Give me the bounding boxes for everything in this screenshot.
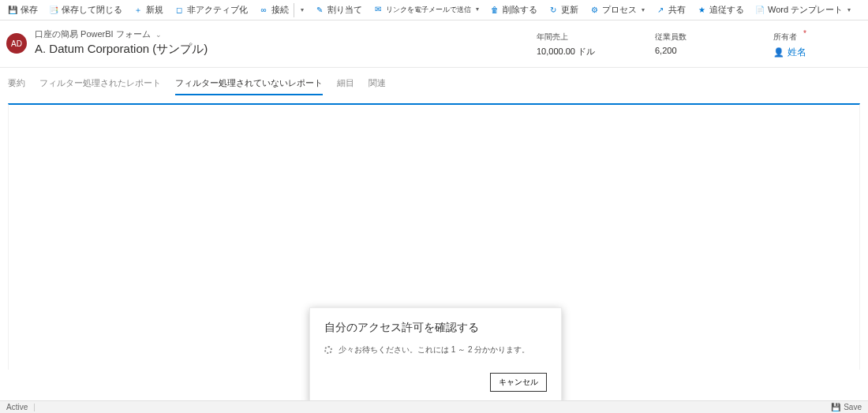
assign-button[interactable]: ✎ 割り当て [310, 1, 367, 20]
deactivate-icon: ◻ [174, 6, 184, 15]
follow-button[interactable]: ★ 追従する [692, 1, 749, 20]
chevron-down-icon: ⌄ [155, 31, 162, 39]
employees-field: 従業員数 6,200 [655, 32, 726, 59]
chevron-down-icon[interactable]: ▾ [476, 6, 479, 13]
status-bar: Active 💾 Save [0, 400, 868, 413]
chevron-down-icon[interactable]: ▾ [301, 6, 304, 13]
plus-icon: ＋ [133, 6, 143, 15]
connect-label: 接続 [271, 4, 289, 16]
permissions-dialog: 自分のアクセス許可を確認する 少々お待ちください。これには 1 ～ 2 分かかり… [309, 307, 562, 404]
person-icon: 👤 [773, 47, 784, 58]
form-tabs: 要約 フィルター処理されたレポート フィルター処理されていないレポート 細目 関… [0, 68, 868, 95]
form-selector[interactable]: 口座の簡易 PowerBI フォーム ⌄ [35, 28, 350, 40]
save-close-icon: 📑 [49, 6, 58, 15]
owner-value[interactable]: 👤 姓名 [773, 46, 806, 59]
annual-revenue-value[interactable]: 10,000.00 ドル [537, 46, 608, 58]
follow-label: 追従する [709, 4, 744, 16]
email-link-button[interactable]: ✉ リンクを電子メールで送信 ▾ [369, 1, 484, 20]
annual-revenue-field: 年間売上 10,000.00 ドル [537, 32, 608, 59]
save-icon: 💾 [8, 6, 17, 15]
refresh-icon: ↻ [548, 6, 558, 15]
process-label: プロセス [602, 4, 637, 16]
chevron-down-icon[interactable]: ▾ [847, 6, 851, 13]
delete-label: 削除する [503, 4, 537, 16]
dialog-actions: キャンセル [324, 373, 547, 392]
separator [34, 404, 35, 411]
delete-button[interactable]: 🗑 削除する [485, 1, 542, 20]
required-star-icon: * [803, 29, 806, 38]
trash-icon: 🗑 [490, 6, 499, 15]
new-button[interactable]: ＋ 新規 [129, 1, 168, 20]
form-header: AD 口座の簡易 PowerBI フォーム ⌄ A. Datum Corpora… [0, 20, 868, 68]
email-link-label: リンクを電子メールで送信 [386, 6, 471, 13]
tab-summary[interactable]: 要約 [8, 77, 25, 95]
tab-details[interactable]: 細目 [337, 77, 354, 95]
cancel-button[interactable]: キャンセル [490, 373, 547, 392]
save-icon[interactable]: 💾 [831, 403, 840, 411]
word-icon: 📄 [755, 6, 765, 15]
employees-value[interactable]: 6,200 [655, 46, 726, 55]
mail-icon: ✉ [373, 6, 383, 15]
dialog-body: 少々お待ちください。これには 1 ～ 2 分かかります。 [324, 344, 547, 355]
process-icon: ⚙ [589, 6, 599, 15]
spinner-icon [324, 346, 332, 354]
owner-name: 姓名 [788, 46, 806, 59]
connect-button[interactable]: ∞ 接続 ▾ [254, 1, 309, 20]
assign-label: 割り当て [327, 4, 362, 16]
star-icon: ★ [697, 6, 706, 15]
share-button[interactable]: ↗ 共有 [651, 1, 690, 20]
chevron-down-icon[interactable]: ▾ [642, 6, 645, 13]
save-label: 保存 [21, 4, 38, 16]
separator [294, 3, 294, 17]
save-and-close-button[interactable]: 📑 保存して閉じる [44, 1, 127, 20]
word-templates-button[interactable]: 📄 Word テンプレート ▾ [750, 1, 855, 20]
refresh-button[interactable]: ↻ 更新 [544, 1, 583, 20]
dialog-title: 自分のアクセス許可を確認する [324, 321, 547, 335]
tab-related[interactable]: 関連 [369, 77, 386, 95]
title-column: 口座の簡易 PowerBI フォーム ⌄ A. Datum Corporatio… [35, 28, 350, 57]
owner-label: 所有者* [773, 32, 844, 43]
annual-revenue-label: 年間売上 [537, 32, 608, 43]
assign-icon: ✎ [315, 6, 324, 15]
tab-filtered-report[interactable]: フィルター処理されたレポート [39, 77, 161, 95]
form-name-label: 口座の簡易 PowerBI フォーム [35, 28, 151, 40]
owner-field: 所有者* 👤 姓名 [773, 32, 844, 59]
deactivate-label: 非アクティブ化 [187, 4, 248, 16]
header-fields: 年間売上 10,000.00 ドル 従業員数 6,200 所有者* 👤 姓名 [537, 28, 860, 59]
employees-label: 従業員数 [655, 32, 726, 43]
refresh-label: 更新 [561, 4, 578, 16]
share-icon: ↗ [656, 6, 665, 15]
process-button[interactable]: ⚙ プロセス ▾ [585, 1, 649, 20]
new-label: 新規 [146, 4, 163, 16]
tab-unfiltered-report[interactable]: フィルター処理されていないレポート [175, 77, 323, 95]
word-templates-label: Word テンプレート [768, 4, 843, 16]
status-text: Active [6, 403, 28, 411]
dialog-body-text: 少々お待ちください。これには 1 ～ 2 分かかります。 [339, 344, 529, 355]
command-bar: 💾 保存 📑 保存して閉じる ＋ 新規 ◻ 非アクティブ化 ∞ 接続 ▾ ✎ 割… [0, 0, 868, 20]
footer-right: 💾 Save [831, 403, 862, 411]
record-title: A. Datum Corporation (サンプル) [35, 42, 350, 57]
save-button[interactable]: 💾 保存 [3, 1, 43, 20]
save-close-label: 保存して閉じる [62, 4, 122, 16]
deactivate-button[interactable]: ◻ 非アクティブ化 [170, 1, 253, 20]
record-avatar: AD [6, 33, 27, 54]
connect-icon: ∞ [259, 6, 268, 15]
footer-save-label[interactable]: Save [844, 403, 862, 411]
share-label: 共有 [668, 4, 686, 16]
